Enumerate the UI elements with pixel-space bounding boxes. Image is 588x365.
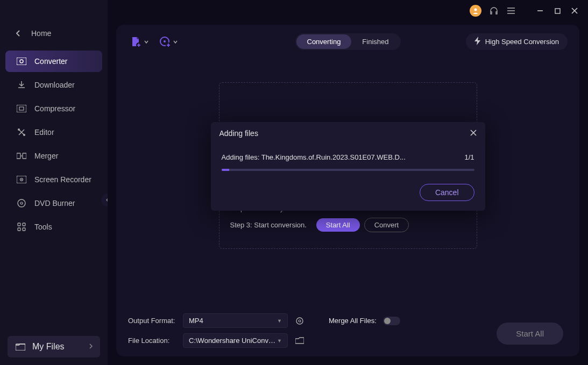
- titlebar: [108, 0, 588, 22]
- file-location-select[interactable]: C:\Wondershare UniConverter ▼: [183, 333, 288, 348]
- myfiles-label: My Files: [32, 342, 65, 352]
- svg-point-31: [164, 40, 166, 42]
- svg-rect-2: [17, 105, 26, 112]
- sidebar-item-label: Converter: [34, 57, 67, 66]
- recorder-icon: [16, 174, 27, 185]
- sidebar-item-recorder[interactable]: Screen Recorder: [5, 169, 102, 190]
- start-all-button[interactable]: Start All: [497, 323, 563, 345]
- nav-home-label: Home: [31, 29, 51, 38]
- progress-count: 1/1: [464, 153, 474, 161]
- add-disc-button[interactable]: [157, 34, 180, 50]
- chevron-down-icon: ▼: [277, 338, 282, 343]
- sidebar: Home Converter Downloader Compressor Edi…: [0, 0, 108, 365]
- file-location-label: File Location:: [128, 337, 176, 345]
- sidebar-item-label: Compressor: [34, 104, 75, 113]
- cancel-button[interactable]: Cancel: [420, 184, 474, 201]
- toolbar: Converting Finished High Speed Conversio…: [128, 33, 568, 50]
- avatar-icon[interactable]: [470, 5, 481, 17]
- sidebar-item-label: Tools: [34, 223, 52, 231]
- sidebar-item-label: Screen Recorder: [34, 175, 91, 184]
- menu-icon[interactable]: [506, 6, 516, 16]
- sidebar-item-label: DVD Burner: [34, 199, 75, 207]
- headset-icon[interactable]: [489, 6, 499, 16]
- merge-label: Merge All Files:: [329, 317, 377, 325]
- compressor-icon: [16, 103, 27, 114]
- sidebar-item-compressor[interactable]: Compressor: [5, 98, 102, 119]
- sidebar-item-label: Merger: [34, 152, 58, 160]
- merger-icon: [16, 151, 27, 161]
- svg-rect-0: [17, 58, 26, 65]
- svg-point-11: [21, 179, 22, 180]
- svg-rect-17: [23, 228, 25, 231]
- high-speed-label: High Speed Conversion: [485, 38, 559, 46]
- merge-toggle[interactable]: [383, 317, 400, 325]
- svg-point-1: [20, 60, 23, 63]
- downloader-icon: [16, 80, 27, 90]
- progress-bar: [222, 169, 474, 171]
- converter-icon: [16, 56, 27, 67]
- step3-label: Step 3: Start conversion.: [230, 221, 307, 229]
- svg-rect-16: [18, 228, 20, 231]
- tab-finished[interactable]: Finished: [351, 34, 399, 49]
- sidebar-item-merger[interactable]: Merger: [5, 145, 102, 167]
- settings-icon[interactable]: [294, 316, 305, 326]
- maximize-icon[interactable]: [552, 6, 562, 16]
- sidebar-item-dvd[interactable]: DVD Burner: [5, 192, 102, 214]
- output-format-value: MP4: [189, 317, 203, 325]
- high-speed-button[interactable]: High Speed Conversion: [466, 33, 568, 50]
- folder-open-icon[interactable]: [294, 335, 305, 346]
- back-icon: [13, 28, 24, 39]
- editor-icon: [16, 127, 27, 138]
- svg-point-44: [299, 320, 301, 322]
- add-file-button[interactable]: [128, 34, 151, 50]
- svg-point-5: [23, 134, 25, 136]
- adding-files-modal: Adding files Adding files: The.Kingdoms.…: [211, 122, 485, 211]
- file-location-value: C:\Wondershare UniConverter: [189, 337, 277, 345]
- svg-rect-6: [17, 153, 20, 159]
- sidebar-item-converter[interactable]: Converter: [5, 51, 102, 72]
- sidebar-item-editor[interactable]: Editor: [5, 121, 102, 143]
- tab-converting[interactable]: Converting: [296, 34, 351, 49]
- chevron-right-icon: [89, 343, 93, 350]
- svg-rect-7: [23, 153, 26, 159]
- svg-point-13: [20, 202, 23, 204]
- main-area: Converting Finished High Speed Conversio…: [108, 0, 588, 365]
- output-format-label: Output Format:: [128, 317, 176, 325]
- adding-label: Adding files: The.Kingdoms.of.Ruin.2023.…: [222, 153, 406, 161]
- modal-title: Adding files: [219, 129, 258, 138]
- myfiles-button[interactable]: My Files: [8, 336, 100, 357]
- step-3: Step 3: Start conversion. Start All Conv…: [230, 218, 466, 232]
- svg-rect-24: [555, 9, 560, 13]
- convert-button-inline[interactable]: Convert: [364, 218, 409, 232]
- output-format-select[interactable]: MP4 ▼: [183, 313, 288, 328]
- chevron-down-icon: ▼: [277, 318, 282, 324]
- minimize-icon[interactable]: [535, 6, 545, 16]
- svg-point-12: [18, 199, 25, 207]
- tab-group: Converting Finished: [295, 33, 400, 50]
- svg-point-43: [296, 318, 303, 324]
- bolt-icon: [474, 37, 481, 47]
- svg-point-4: [18, 128, 20, 131]
- tools-icon: [16, 221, 27, 232]
- close-icon[interactable]: [570, 6, 579, 16]
- start-all-button-inline[interactable]: Start All: [316, 218, 360, 232]
- svg-rect-14: [18, 223, 20, 226]
- progress-fill: [222, 169, 229, 171]
- sidebar-item-label: Editor: [34, 128, 54, 137]
- sidebar-item-downloader[interactable]: Downloader: [5, 74, 102, 96]
- svg-point-19: [474, 9, 477, 11]
- dvd-icon: [16, 198, 27, 209]
- svg-rect-3: [19, 107, 24, 110]
- sidebar-item-label: Downloader: [34, 81, 75, 89]
- svg-rect-15: [23, 223, 25, 226]
- modal-close-icon[interactable]: [470, 128, 477, 138]
- sidebar-item-tools[interactable]: Tools: [5, 216, 102, 238]
- nav-home[interactable]: Home: [0, 22, 108, 45]
- myfiles-icon: [15, 341, 26, 352]
